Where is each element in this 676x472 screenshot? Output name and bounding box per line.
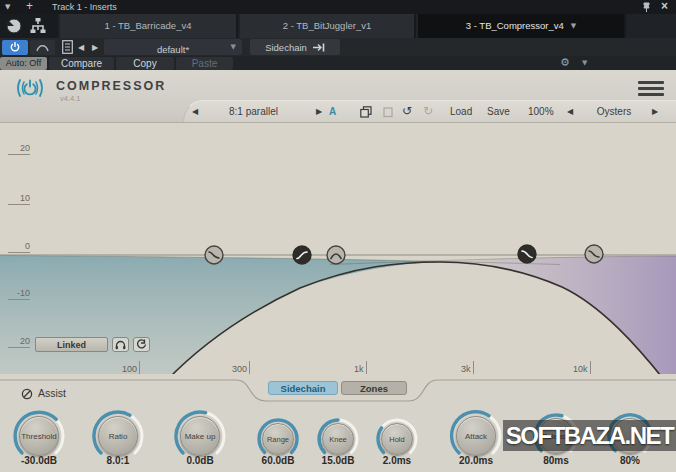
plugin-header: COMPRESSOR v4.4.1 ◀ 8:1 parallel ▶ A ↺ ↻… [0, 70, 676, 122]
preset-file-icon[interactable] [62, 40, 73, 54]
bypass-power-button[interactable] [2, 40, 28, 55]
hold-value: 2.0ms [365, 455, 429, 466]
preset-name[interactable]: 8:1 parallel [206, 101, 301, 122]
paste-preset-icon[interactable] [382, 106, 394, 118]
copy-button[interactable]: Copy [116, 57, 174, 70]
freq-label-100: 100 [122, 361, 140, 374]
knob-face: Ratio [98, 416, 138, 456]
style-prev-icon[interactable]: ◀ [567, 101, 573, 122]
ui-zoom-value[interactable]: 100% [528, 101, 554, 122]
plugin-tab-1[interactable]: 1 - TB_Barricade_v4 [60, 14, 238, 38]
knee-value: 15.0dB [306, 455, 370, 466]
range-value: 60.0dB [246, 455, 310, 466]
knob-label: Hold [389, 435, 404, 444]
node-low-shelf[interactable] [205, 246, 223, 264]
freq-label-1k: 1k [354, 361, 367, 374]
preset-dropdown-value: default* [157, 44, 189, 55]
preset-prev-icon[interactable]: ◀ [192, 101, 198, 122]
watermark: SOFTBAZA.NET [503, 420, 676, 451]
plugin-tab-row: 1 - TB_Barricade_v4 2 - TB_BitJuggler_v1… [0, 14, 676, 38]
db-label-neg20: 20 [8, 336, 30, 348]
node-high-pass[interactable] [293, 246, 311, 264]
ab-toggle[interactable]: A [329, 101, 336, 122]
release-value: 80ms [524, 455, 588, 466]
headphones-icon [115, 340, 126, 350]
style-next-icon[interactable]: ▶ [652, 101, 658, 122]
menu-hamburger-icon[interactable] [638, 81, 664, 99]
close-icon[interactable]: × [661, 0, 668, 13]
knob-face: Attack [456, 416, 496, 456]
knob-label: Ratio [109, 432, 128, 441]
tab-dropdown-chevron-icon[interactable]: ▼ [571, 14, 576, 38]
routing-icon[interactable] [29, 17, 47, 35]
node-bell[interactable] [327, 246, 345, 264]
knob-face: Knee [322, 423, 354, 455]
prev-preset-icon[interactable]: ◀ [78, 40, 84, 55]
assist-icon[interactable] [21, 388, 33, 400]
knob-label: Attack [465, 432, 487, 441]
style-preset-name[interactable]: Oysters [582, 101, 646, 122]
collapse-chevron-icon[interactable]: ▼ [5, 0, 10, 14]
node-low-pass[interactable] [518, 245, 536, 263]
db-label-0: 0 [8, 241, 30, 253]
linked-button[interactable]: Linked [35, 337, 108, 352]
save-button[interactable]: Save [487, 101, 510, 122]
pin-icon[interactable] [641, 2, 652, 13]
undo-icon[interactable]: ↺ [402, 101, 412, 122]
automation-curve-button[interactable] [30, 40, 55, 55]
rack-icon-cell [0, 14, 58, 38]
window-title: Track 1 - Inserts [52, 0, 117, 14]
preset-dropdown[interactable]: default* ▼ [104, 39, 242, 55]
knob-mode-icon[interactable] [5, 17, 23, 35]
ratio-value: 8.0:1 [86, 455, 150, 466]
reset-arrow-icon [136, 339, 147, 350]
add-insert-icon[interactable]: + [26, 0, 33, 13]
low-band-region [0, 256, 447, 382]
paste-button[interactable]: Paste [176, 57, 233, 70]
tab-sidechain[interactable]: Sidechain [268, 381, 338, 395]
knob-label: Make up [185, 432, 216, 441]
freq-label-10k: 10k [573, 361, 591, 374]
redo-icon[interactable]: ↻ [423, 101, 433, 122]
high-band-region [447, 256, 676, 381]
tab-zones[interactable]: Zones [341, 381, 407, 395]
freq-label-300: 300 [232, 361, 250, 374]
host-toolbar-2: Auto: Off Compare Copy Paste ⚙ ▼ [0, 56, 676, 70]
auto-mode-button[interactable]: Auto: Off [0, 57, 47, 70]
freq-label-3k: 3k [461, 361, 474, 374]
reset-curve-button[interactable] [133, 337, 150, 352]
knob-label: Knee [329, 435, 347, 444]
plugin-tab-2[interactable]: 2 - TB_BitJuggler_v1 [240, 14, 416, 38]
threshold-value: -30.0dB [7, 455, 71, 466]
plugin-tab-3-active[interactable]: 3 - TB_Compressor_v4 ▼ [418, 14, 626, 38]
attack-value: 20.0ms [444, 455, 508, 466]
preset-dropdown-chevron-icon: ▼ [231, 39, 236, 55]
preset-strip: ◀ 8:1 parallel ▶ A ↺ ↻ Load Save 100% ◀ … [183, 100, 676, 122]
mix-value: 80% [598, 455, 662, 466]
toneboosters-logo-icon [12, 76, 48, 100]
compressor-graph[interactable]: 20 10 0 -10 20 100 300 1k 3k 10k Linked [0, 122, 676, 380]
sidechain-route-button[interactable]: Sidechain [250, 39, 340, 55]
copy-preset-icon[interactable] [360, 106, 372, 118]
sidechain-input-icon [313, 43, 325, 52]
load-button[interactable]: Load [450, 101, 472, 122]
next-preset-icon[interactable]: ▶ [92, 40, 98, 55]
panel-notch [0, 374, 676, 408]
knob-label: Threshold [21, 432, 57, 441]
plugin-name: COMPRESSOR [56, 79, 166, 93]
host-toolbar: ◀ ▶ default* ▼ Sidechain [0, 38, 676, 56]
gear-icon[interactable]: ⚙ [560, 56, 570, 70]
compare-button[interactable]: Compare [49, 57, 114, 70]
power-icon [10, 42, 20, 52]
knob-face: Hold [381, 423, 413, 455]
gear-dropdown-chevron-icon[interactable]: ▼ [582, 56, 587, 70]
automation-curve-icon [36, 43, 49, 52]
knob-label: Range [267, 435, 289, 444]
assist-label: Assist [38, 387, 66, 399]
node-high-shelf[interactable] [585, 245, 603, 263]
listen-button[interactable] [112, 337, 129, 352]
sidechain-route-label: Sidechain [265, 42, 307, 53]
plugin-version: v4.4.1 [60, 94, 80, 103]
knob-face: Range [262, 423, 294, 455]
preset-next-icon[interactable]: ▶ [316, 101, 322, 122]
